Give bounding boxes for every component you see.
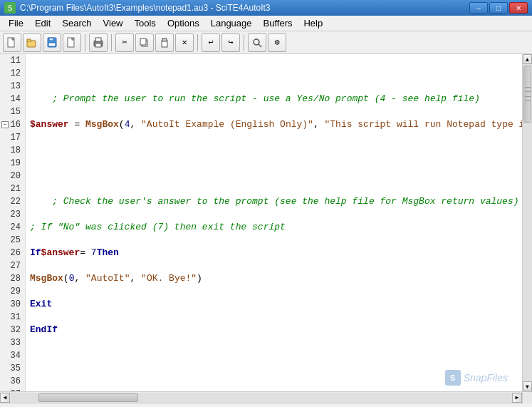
toolbar: ✂ ✕ ↩ ↪ ⚙	[0, 31, 532, 54]
line-num-37: 37	[0, 388, 25, 391]
line-19: MsgBox(0, "AutoIt", "OK. Bye!")	[30, 272, 522, 285]
line-num-34: 34	[0, 349, 25, 362]
code-scroll[interactable]: ; Prompt the user to run the script - us…	[26, 54, 522, 391]
line-num-28: 28	[0, 272, 25, 285]
cut-button[interactable]: ✂	[115, 34, 134, 52]
line-20: Exit	[30, 298, 522, 311]
svg-line-17	[259, 44, 261, 47]
scroll-left-button[interactable]: ◀	[0, 393, 10, 403]
horizontal-scrollbar[interactable]: ◀ ▶	[0, 392, 522, 403]
svg-rect-5	[49, 38, 53, 41]
line-21: EndIf	[30, 324, 522, 336]
menu-language[interactable]: Language	[205, 16, 258, 30]
line-11	[30, 67, 522, 80]
line-num-11: 11	[0, 54, 25, 67]
undo-button[interactable]: ↩	[202, 34, 220, 52]
line-17: ; If "No" was clicked (7) then exit the …	[30, 221, 522, 234]
svg-rect-15	[162, 38, 167, 41]
minimize-button[interactable]: –	[469, 2, 488, 14]
line-numbers: 11 12 13 14 15 − 16 17 18 19 20 21 22 23…	[0, 54, 26, 391]
menu-edit[interactable]: Edit	[29, 16, 56, 30]
line-22	[30, 349, 522, 362]
paste-button[interactable]	[155, 34, 174, 52]
line-num-30: 30	[0, 298, 25, 311]
find-button[interactable]	[248, 34, 266, 52]
menu-view[interactable]: View	[98, 16, 129, 30]
window-title: C:\Program Files\AutoIt3\Examples\notepa…	[20, 3, 271, 13]
menu-file[interactable]: File	[3, 16, 29, 30]
new-button[interactable]	[3, 34, 21, 52]
close-button[interactable]: ✕	[509, 2, 528, 14]
line-16: ; Check the user's answer to the prompt …	[30, 195, 522, 208]
line-num-36: 36	[0, 375, 25, 388]
scroll-h-thumb[interactable]	[38, 393, 138, 402]
scrollbar-corner	[522, 392, 532, 403]
line-num-26: 26	[0, 247, 25, 259]
delete-button[interactable]: ✕	[175, 34, 194, 52]
svg-rect-10	[95, 43, 101, 47]
code-area[interactable]: ; Prompt the user to run the script - us…	[26, 54, 522, 391]
bottom-scrollbar-area: ◀ ▶	[0, 391, 532, 403]
toolbar-separator-3	[197, 34, 198, 51]
line-num-16: − 16	[0, 118, 25, 131]
app-icon: S	[4, 2, 16, 14]
line-num-24: 24	[0, 221, 25, 234]
line-num-27: 27	[0, 259, 25, 272]
scroll-up-button[interactable]: ▲	[523, 54, 532, 64]
print-button[interactable]	[89, 34, 108, 52]
line-num-23: 23	[0, 208, 25, 221]
line-num-29: 29	[0, 285, 25, 298]
scroll-h-track[interactable]	[10, 393, 512, 403]
menu-buffers[interactable]: Buffers	[258, 16, 298, 30]
copy-button[interactable]	[135, 34, 154, 52]
save-button[interactable]	[43, 34, 61, 52]
svg-rect-11	[95, 38, 101, 41]
window-controls: – □ ✕	[469, 2, 528, 14]
line-num-32: 32	[0, 324, 25, 336]
scroll-track[interactable]	[523, 64, 532, 381]
maximize-button[interactable]: □	[489, 2, 508, 14]
menu-search[interactable]: Search	[56, 16, 97, 30]
line-15	[30, 170, 522, 182]
vertical-scrollbar[interactable]: ▲ ▼	[522, 54, 532, 391]
line-num-21: 21	[0, 182, 25, 195]
line-num-22: 22	[0, 195, 25, 208]
redo-button[interactable]: ↪	[221, 34, 240, 52]
line-num-14: 14	[0, 93, 25, 105]
toolbar-separator-1	[85, 34, 85, 51]
line-23	[30, 375, 522, 388]
fold-marker-16[interactable]: −	[1, 121, 9, 128]
svg-rect-13	[140, 38, 146, 45]
title-bar: S C:\Program Files\AutoIt3\Examples\note…	[0, 0, 532, 16]
scroll-thumb[interactable]	[523, 66, 531, 123]
line-14	[30, 144, 522, 157]
status-bar: li=1 co=1 INS (CR+LF)	[0, 403, 532, 407]
line-num-35: 35	[0, 362, 25, 375]
line-num-25: 25	[0, 234, 25, 247]
toolbar-separator-4	[244, 34, 244, 51]
scroll-right-button[interactable]: ▶	[512, 393, 522, 403]
line-num-31: 31	[0, 311, 25, 324]
svg-point-16	[254, 39, 259, 45]
menu-tools[interactable]: Tools	[129, 16, 162, 30]
line-num-15: 15	[0, 105, 25, 118]
menu-options[interactable]: Options	[162, 16, 205, 30]
editor-container: 11 12 13 14 15 − 16 17 18 19 20 21 22 23…	[0, 54, 532, 391]
line-num-12: 12	[0, 67, 25, 80]
tools-button[interactable]: ⚙	[268, 34, 286, 52]
line-num-17: 17	[0, 131, 25, 144]
line-num-20: 20	[0, 170, 25, 182]
line-num-18: 18	[0, 144, 25, 157]
menu-help[interactable]: Help	[298, 16, 328, 30]
scroll-down-button[interactable]: ▼	[523, 381, 532, 391]
menu-bar: File Edit Search View Tools Options Lang…	[0, 16, 532, 31]
line-num-13: 13	[0, 80, 25, 93]
scroll-grip	[525, 87, 531, 101]
reload-button[interactable]	[63, 34, 81, 52]
line-12: ; Prompt the user to run the script - us…	[30, 93, 522, 105]
open-button[interactable]	[23, 34, 41, 52]
svg-rect-3	[27, 39, 31, 41]
toolbar-separator-2	[111, 34, 112, 51]
svg-rect-6	[48, 43, 56, 46]
line-num-33: 33	[0, 336, 25, 349]
